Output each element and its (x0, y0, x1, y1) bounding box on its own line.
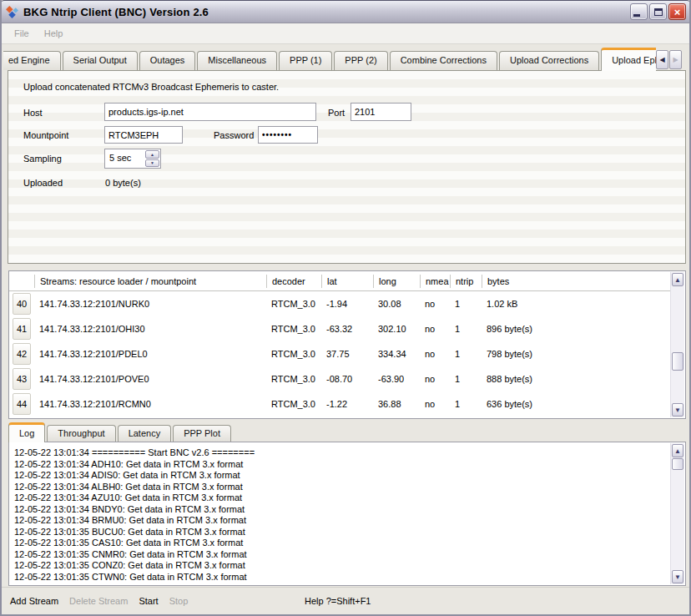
password-input[interactable] (258, 126, 318, 144)
title-bar[interactable]: BKG Ntrip Client (BNC) Version 2.6 × (0, 0, 691, 23)
stream-col-header-bytes: bytes (482, 275, 671, 288)
cell-ntrip: 1 (450, 324, 482, 334)
log-line: 12-05-22 13:01:34 ALBH0: Get data in RTC… (14, 482, 671, 493)
tab-serial-output[interactable]: Serial Output (63, 51, 138, 70)
log-line: 12-05-22 13:01:34 BNDY0: Get data in RTC… (14, 504, 671, 516)
cell-ntrip: 1 (450, 399, 482, 409)
maximize-icon (654, 8, 663, 16)
host-input[interactable] (104, 103, 316, 121)
cell-ntrip: 1 (450, 349, 482, 359)
footer-buttons: Add StreamDelete StreamStartStop (10, 596, 199, 606)
minimize-button[interactable] (630, 3, 648, 20)
menu-file[interactable]: File (7, 28, 37, 38)
stream-col-header-lat: lat (321, 275, 373, 288)
window-title: BKG Ntrip Client (BNC) Version 2.6 (23, 6, 209, 18)
cell-bytes: 888 byte(s) (482, 374, 671, 384)
cell-decoder: RTCM_3.0 (266, 399, 321, 409)
port-label: Port (328, 108, 345, 118)
scrollbar-thumb[interactable] (672, 458, 683, 470)
stream-col-header-long: long (373, 275, 420, 288)
scroll-up-button[interactable]: ▲ (672, 444, 683, 457)
cell-long: -63.90 (373, 374, 420, 384)
cell-lat: -1.94 (321, 299, 373, 309)
log-line: 12-05-22 13:01:35 CAS10: Get data in RTC… (14, 538, 671, 549)
log-panel: 12-05-22 13:01:34 ========== Start BNC v… (8, 442, 686, 586)
delete-stream-button: Delete Stream (69, 596, 128, 606)
table-row[interactable]: 41141.74.33.12:2101/OHI30RTCM_3.0-63.323… (9, 316, 671, 341)
spin-up-button[interactable]: ▲ (145, 150, 159, 159)
window-controls: × (630, 3, 686, 20)
scroll-up-icon: ▲ (674, 276, 681, 284)
cell-long: 30.08 (373, 299, 420, 309)
port-input[interactable] (351, 103, 411, 121)
log-line: 12-05-22 13:01:35 BUCU0: Get data in RTC… (14, 527, 671, 538)
mountpoint-input[interactable] (104, 126, 183, 144)
add-stream-button[interactable]: Add Stream (10, 596, 58, 606)
sampling-spinbox[interactable]: 5 sec ▲ ▼ (104, 149, 161, 169)
cell-decoder: RTCM_3.0 (266, 374, 321, 384)
log-line: 12-05-22 13:01:35 CNMR0: Get data in RTC… (14, 549, 671, 561)
menu-bar: File Help (2, 23, 689, 44)
log-tab-ppp-plot[interactable]: PPP Plot (173, 425, 231, 442)
cell-bytes: 1.02 kB (482, 299, 671, 309)
table-row[interactable]: 43141.74.33.12:2101/POVE0RTCM_3.0-08.70-… (9, 366, 671, 391)
tab-scroll-left-button[interactable]: ◀ (656, 50, 668, 69)
scroll-down-icon: ▼ (674, 573, 681, 581)
table-row[interactable]: 40141.74.33.12:2101/NURK0RTCM_3.0-1.9430… (9, 291, 671, 316)
cell-long: 302.10 (373, 324, 420, 334)
app-icon (5, 5, 19, 19)
streams-scrollbar[interactable]: ▲ ▼ (670, 272, 684, 417)
cell-bytes: 798 byte(s) (482, 349, 671, 359)
log-line: 12-05-22 13:01:35 CONZ0: Get data in RTC… (14, 560, 671, 572)
tab-upload-corrections[interactable]: Upload Corrections (499, 51, 599, 70)
help-shortcut-label: Help ?=Shift+F1 (305, 596, 371, 606)
scrollbar-thumb[interactable] (672, 352, 683, 371)
row-number[interactable]: 44 (13, 393, 31, 415)
cell-nmea: no (420, 299, 450, 309)
cell-decoder: RTCM_3.0 (266, 299, 321, 309)
close-button[interactable]: × (668, 3, 686, 20)
cell-num: 43 (9, 368, 34, 390)
tab-miscellaneous[interactable]: Miscellaneous (197, 51, 277, 70)
scroll-down-button[interactable]: ▼ (672, 570, 683, 583)
log-line: 12-05-22 13:01:34 BRMU0: Get data in RTC… (14, 515, 671, 527)
uploaded-value: 0 byte(s) (105, 178, 141, 188)
host-label: Host (23, 108, 43, 118)
log-tab-throughput[interactable]: Throughput (47, 425, 115, 442)
tab-ppp-1[interactable]: PPP (1) (279, 51, 332, 70)
cell-nmea: no (420, 399, 450, 409)
cell-num: 44 (9, 393, 34, 415)
pane-description: Upload concatenated RTCMv3 Broadcast Eph… (23, 82, 279, 92)
row-number[interactable]: 42 (13, 343, 31, 365)
stream-col-header-streams-resource-loader-mountpoint: Streams: resource loader / mountpoint (34, 275, 266, 288)
maximize-button[interactable] (649, 3, 667, 20)
streams-header: Streams: resource loader / mountpointdec… (9, 271, 671, 291)
row-number[interactable]: 43 (13, 368, 31, 390)
cell-lat: -63.32 (321, 324, 373, 334)
stream-col-header-nmea: nmea (420, 275, 450, 288)
log-line: 12-05-22 13:01:34 ADH10: Get data in RTC… (14, 459, 671, 471)
log-scrollbar[interactable]: ▲ ▼ (670, 443, 684, 584)
start-button[interactable]: Start (139, 596, 158, 606)
streams-panel: Streams: resource loader / mountpointdec… (8, 270, 686, 419)
tab-ed-engine[interactable]: ed Engine (3, 51, 61, 70)
log-tab-latency[interactable]: Latency (118, 425, 172, 442)
table-row[interactable]: 44141.74.33.12:2101/RCMN0RTCM_3.0-1.2236… (9, 391, 671, 417)
table-row[interactable]: 42141.74.33.12:2101/PDEL0RTCM_3.037.7533… (9, 341, 671, 366)
scroll-up-button[interactable]: ▲ (672, 273, 683, 286)
cell-num: 41 (9, 318, 34, 340)
tab-combine-corrections[interactable]: Combine Corrections (390, 51, 497, 70)
row-number[interactable]: 40 (13, 293, 31, 315)
log-line: 12-05-22 13:01:34 ADIS0: Get data in RTC… (14, 470, 671, 482)
menu-help[interactable]: Help (37, 28, 71, 38)
cell-nmea: no (420, 349, 450, 359)
spin-down-button[interactable]: ▼ (145, 159, 159, 168)
log-tab-log[interactable]: Log (8, 422, 45, 442)
spin-up-icon: ▲ (150, 152, 154, 157)
row-number[interactable]: 41 (13, 318, 31, 340)
scroll-down-button[interactable]: ▼ (672, 403, 683, 417)
tab-ppp-2[interactable]: PPP (2) (334, 51, 387, 70)
tab-outages[interactable]: Outages (139, 51, 196, 70)
tab-upload-ephemeris[interactable]: Upload Ephemeris (601, 48, 656, 71)
tab-scroll-right-button[interactable]: ▶ (669, 50, 682, 69)
